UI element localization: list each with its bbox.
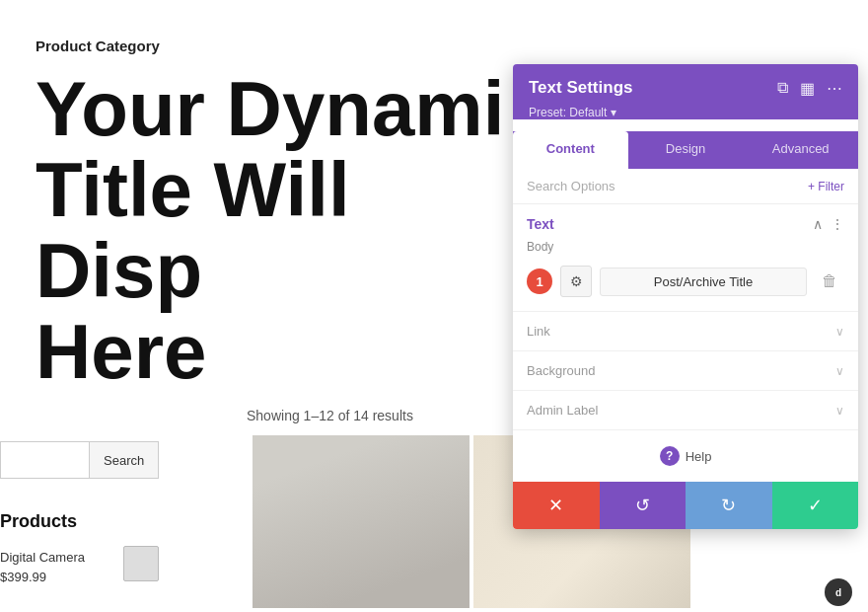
copy-icon[interactable]: ⧉ xyxy=(777,79,788,97)
help-row: ? Help xyxy=(513,429,858,482)
results-label: Showing 1–12 of 14 results xyxy=(247,408,413,423)
background-section[interactable]: Background ∨ xyxy=(513,350,858,390)
panel-title: Text Settings xyxy=(529,78,632,98)
link-label: Link xyxy=(527,324,550,339)
grid-icon[interactable]: ▦ xyxy=(800,79,815,98)
gear-button[interactable]: ⚙ xyxy=(560,266,592,297)
more-icon[interactable]: ⋯ xyxy=(827,79,842,98)
divi-badge[interactable]: d xyxy=(825,578,852,606)
field-name: Post/Archive Title xyxy=(600,268,807,296)
background-chevron-icon: ∨ xyxy=(835,364,844,378)
step-badge: 1 xyxy=(527,268,552,294)
search-button[interactable]: Search xyxy=(89,441,159,479)
search-options-bar: Search Options + Filter xyxy=(513,169,858,204)
search-options-text: Search Options xyxy=(527,179,615,193)
cancel-button[interactable]: ✕ xyxy=(513,482,600,529)
search-widget: Search xyxy=(0,441,159,479)
products-heading: Products xyxy=(0,511,77,532)
product-name: Digital Camera xyxy=(0,550,85,565)
dynamic-title: Your Dynami Title Will Disp Here xyxy=(36,69,529,393)
link-chevron-icon: ∨ xyxy=(835,325,844,339)
panel-header: Text Settings ⧉ ▦ ⋯ Preset: Default ▾ xyxy=(513,64,858,119)
filter-button[interactable]: + Filter xyxy=(808,180,844,193)
admin-label-section[interactable]: Admin Label ∨ xyxy=(513,390,858,429)
product-price: $399.99 xyxy=(0,570,46,584)
link-section[interactable]: Link ∨ xyxy=(513,311,858,350)
preset-label[interactable]: Preset: Default ▾ xyxy=(529,106,842,119)
chevron-up-icon[interactable]: ∧ xyxy=(813,216,823,232)
search-input[interactable] xyxy=(0,441,89,479)
text-settings-panel: Text Settings ⧉ ▦ ⋯ Preset: Default ▾ Co… xyxy=(513,64,858,529)
panel-header-icons: ⧉ ▦ ⋯ xyxy=(777,79,842,98)
tab-content[interactable]: Content xyxy=(513,131,628,169)
more-vert-icon[interactable]: ⋮ xyxy=(831,216,844,232)
section-icons: ∧ ⋮ xyxy=(813,216,844,232)
body-label: Body xyxy=(513,240,858,260)
panel-tabs: Content Design Advanced xyxy=(513,131,858,169)
product-category-label: Product Category xyxy=(36,38,160,54)
background-label: Background xyxy=(527,363,595,378)
product-thumbnail xyxy=(123,546,159,581)
undo-button[interactable]: ↺ xyxy=(600,482,687,529)
field-row: 1 ⚙ Post/Archive Title 🗑 xyxy=(513,260,858,303)
help-text[interactable]: Help xyxy=(686,449,712,464)
panel-body: Search Options + Filter Text ∧ ⋮ Body 1 … xyxy=(513,169,858,529)
product-image-1 xyxy=(253,435,470,608)
tab-advanced[interactable]: Advanced xyxy=(743,131,858,169)
save-button[interactable]: ✓ xyxy=(772,482,859,529)
redo-button[interactable]: ↻ xyxy=(686,482,772,529)
tab-design[interactable]: Design xyxy=(628,131,744,169)
admin-label-chevron-icon: ∨ xyxy=(835,404,844,418)
help-icon: ? xyxy=(660,446,680,466)
action-bar: ✕ ↺ ↻ ✓ xyxy=(513,482,858,529)
text-section-header: Text ∧ ⋮ xyxy=(513,204,858,240)
delete-field-button[interactable]: 🗑 xyxy=(815,267,844,296)
text-section-title: Text xyxy=(527,216,554,232)
admin-label-label: Admin Label xyxy=(527,403,598,418)
